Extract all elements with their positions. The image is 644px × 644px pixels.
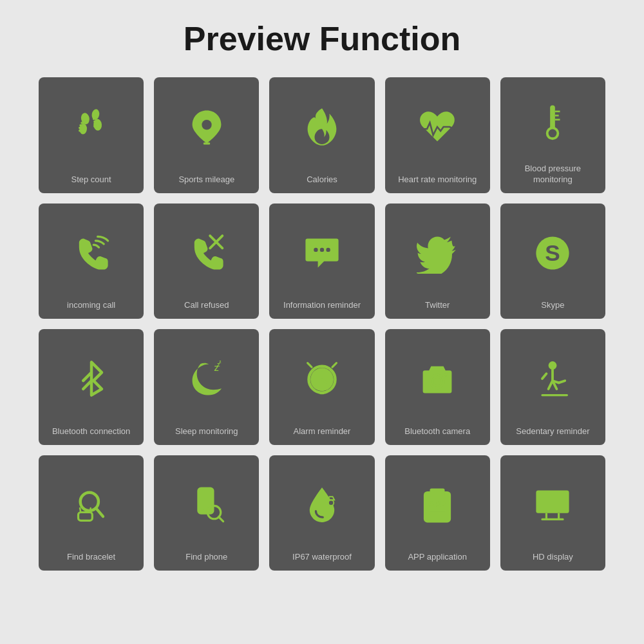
svg-line-42 [80,508,80,512]
svg-rect-53 [430,488,445,497]
find-bracelet-label: Find bracelet [67,552,115,563]
heart-rate-label: Heart rate monitoring [398,175,477,185]
sleep-monitoring-label: Sleep monitoring [175,426,238,437]
card-app-application: APPAPP application [385,455,490,571]
bluetooth-connection-icon [44,337,138,421]
find-phone-label: Find phone [185,552,227,563]
ip67-waterproof-label: IP67 waterproof [292,552,352,563]
sports-mileage-label: Sports mileage [178,175,234,185]
feature-grid: Step countSports mileageCaloriesHeart ra… [39,77,605,571]
svg-line-48 [218,516,223,521]
card-bluetooth-connection: Bluetooth connection [39,329,144,445]
incoming-call-label: incoming call [67,300,115,311]
svg-text:APP: APP [429,499,446,509]
svg-point-36 [444,373,448,376]
find-phone-icon [159,463,254,547]
skype-label: Skype [541,300,564,311]
svg-text:S: S [545,240,560,265]
step-count-icon [44,85,138,169]
card-alarm-reminder: Alarm reminder [269,329,374,445]
svg-rect-7 [79,130,82,133]
card-ip67-waterproof: IP67 waterproof [269,455,374,571]
find-bracelet-icon [44,463,138,547]
card-information-reminder: Information reminder [269,204,374,319]
svg-rect-13 [204,143,210,145]
card-sports-mileage: Sports mileage [154,77,259,193]
card-calories: Calories [269,77,374,193]
card-step-count: Step count [39,77,144,193]
app-application-label: APP application [408,552,467,563]
card-skype: SSkype [500,204,605,319]
svg-line-40 [96,508,103,516]
sports-mileage-icon [159,85,254,169]
skype-icon: S [506,211,600,296]
call-refused-icon [159,211,254,296]
card-twitter: Twitter [385,204,490,319]
svg-rect-41 [78,512,92,520]
blood-pressure-label: Blood pressure monitoring [506,164,600,185]
svg-rect-8 [92,118,95,120]
svg-point-23 [320,248,324,252]
card-hd-display: HD display [500,455,605,571]
information-reminder-icon [274,211,369,296]
alarm-reminder-icon [274,337,369,421]
svg-rect-14 [551,105,556,129]
hd-display-label: HD display [533,552,573,563]
heart-rate-icon [390,85,485,169]
ip67-waterproof-icon [274,463,369,547]
svg-rect-5 [79,124,82,127]
sedentary-reminder-label: Sedentary reminder [516,426,589,437]
calories-icon [274,85,369,169]
step-count-label: Step count [71,175,111,185]
svg-text:z: z [219,359,222,364]
calories-label: Calories [307,175,337,185]
app-application-icon: APP [390,463,485,547]
svg-rect-11 [93,126,97,128]
card-call-refused: Call refused [154,204,259,319]
card-find-phone: Find phone [154,455,259,571]
information-reminder-label: Information reminder [283,300,361,311]
bluetooth-camera-label: Bluetooth camera [404,426,470,437]
bluetooth-camera-icon [390,337,485,421]
incoming-call-icon [44,211,138,296]
card-heart-rate: Heart rate monitoring [385,77,490,193]
card-find-bracelet: Find bracelet [39,455,144,571]
svg-point-50 [329,500,333,504]
svg-point-24 [326,248,330,252]
card-sleep-monitoring: ZzzSleep monitoring [154,329,259,445]
call-refused-label: Call refused [184,300,229,311]
svg-rect-10 [93,123,97,126]
card-incoming-call: incoming call [39,204,144,319]
alarm-reminder-label: Alarm reminder [294,426,351,437]
svg-point-35 [433,378,441,386]
svg-point-12 [202,120,211,129]
page-title: Preview Function [184,19,461,58]
card-blood-pressure: Blood pressure monitoring [500,77,605,193]
card-sedentary-reminder: Sedentary reminder [500,329,605,445]
svg-rect-6 [79,127,82,129]
twitter-label: Twitter [425,300,450,311]
svg-rect-4 [80,122,84,124]
twitter-icon [390,211,485,296]
sleep-monitoring-icon: Zzz [159,337,254,421]
svg-rect-33 [319,392,325,395]
svg-point-22 [314,248,317,252]
sedentary-reminder-icon [506,337,600,421]
hd-display-icon [506,463,600,547]
svg-rect-58 [537,491,569,513]
card-bluetooth-camera: Bluetooth camera [385,329,490,445]
svg-rect-9 [93,120,97,123]
svg-point-16 [549,129,557,137]
bluetooth-connection-label: Bluetooth connection [52,426,130,437]
svg-line-43 [90,508,90,512]
blood-pressure-icon [506,85,600,158]
